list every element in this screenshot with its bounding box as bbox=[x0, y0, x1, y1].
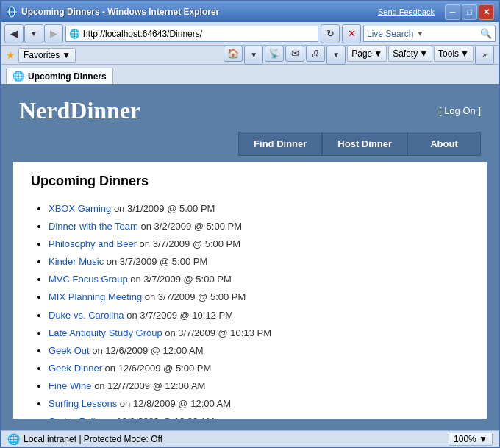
forward-button[interactable]: ▶ bbox=[44, 24, 63, 43]
dinner-link[interactable]: Philosophy and Beer bbox=[49, 238, 137, 249]
tools-arrow-icon: ▼ bbox=[460, 49, 469, 59]
list-item: MIX Planning Meeting on 3/7/2009 @ 5:00 … bbox=[49, 289, 469, 305]
list-item: Late Antiquity Study Group on 3/7/2009 @… bbox=[49, 325, 469, 341]
favorites-button[interactable]: Favorites ▼ bbox=[18, 48, 76, 63]
about-button[interactable]: About bbox=[407, 132, 481, 156]
status-globe-icon: 🌐 bbox=[7, 433, 20, 445]
dinner-meta: on 12/8/2009 @ 12:00 AM bbox=[117, 398, 231, 409]
list-item: Curing Polio on 12/9/2009 @ 12:00 AM bbox=[49, 413, 469, 419]
dinner-meta: on 3/7/2009 @ 5:00 PM bbox=[142, 291, 246, 302]
list-item: Duke vs. Carolina on 3/7/2009 @ 10:12 PM bbox=[49, 307, 469, 324]
list-item: Philosophy and Beer on 3/7/2009 @ 5:00 P… bbox=[49, 236, 469, 252]
back-button[interactable]: ◀ bbox=[4, 24, 24, 43]
safety-arrow-icon: ▼ bbox=[419, 49, 428, 59]
dinner-link[interactable]: Dinner with the Team bbox=[49, 221, 138, 232]
feeds-button[interactable]: 📡 bbox=[265, 46, 284, 62]
dinner-meta: on 12/6/2009 @ 12:00 AM bbox=[90, 345, 204, 356]
dinner-meta: on 3/7/2009 @ 10:12 PM bbox=[124, 310, 233, 321]
status-zone: Local intranet | Protected Mode: Off bbox=[24, 434, 162, 444]
refresh-button[interactable]: ↻ bbox=[321, 24, 340, 43]
dinner-link[interactable]: MIX Planning Meeting bbox=[49, 291, 142, 302]
mail-button[interactable]: ✉ bbox=[285, 46, 304, 62]
find-dinner-label: Find Dinner bbox=[254, 138, 307, 149]
page-button[interactable]: Page ▼ bbox=[347, 46, 387, 62]
close-button[interactable]: ✕ bbox=[479, 4, 494, 20]
about-label: About bbox=[430, 138, 458, 149]
favorites-bar: ★ Favorites ▼ 🏠 ▼ 📡 ✉ 🖨 ▼ Page ▼ Safety … bbox=[1, 46, 499, 65]
zoom-arrow-icon: ▼ bbox=[479, 434, 488, 444]
dinner-link[interactable]: Curing Polio bbox=[49, 416, 101, 419]
list-item: Geek Out on 12/6/2009 @ 12:00 AM bbox=[49, 343, 469, 359]
dinner-meta: on 3/7/2009 @ 5:00 PM bbox=[137, 238, 240, 249]
search-dropdown-icon[interactable]: ▼ bbox=[416, 29, 424, 38]
ie-address-icon: 🌐 bbox=[69, 29, 80, 39]
minimize-button[interactable]: ─ bbox=[445, 4, 460, 20]
stop-button[interactable]: ✕ bbox=[342, 24, 361, 43]
dinner-link[interactable]: Geek Out bbox=[49, 345, 90, 356]
log-on-link[interactable]: [ Log On ] bbox=[439, 105, 481, 116]
page-arrow-icon: ▼ bbox=[374, 49, 382, 59]
list-item: Surfing Lessons on 12/8/2009 @ 12:00 AM bbox=[49, 396, 469, 412]
list-item: Dinner with the Team on 3/2/2009 @ 5:00 … bbox=[49, 218, 469, 235]
window-title: Upcoming Dinners - Windows Internet Expl… bbox=[21, 7, 219, 17]
content-area: NerdDinner [ Log On ] Find Dinner Host D… bbox=[1, 84, 499, 430]
page-heading: Upcoming Dinners bbox=[31, 174, 469, 189]
home-arrow[interactable]: ▼ bbox=[244, 46, 263, 65]
dinner-link[interactable]: XBOX Gaming bbox=[49, 203, 111, 214]
ie-icon bbox=[6, 6, 18, 18]
status-bar: 🌐 Local intranet | Protected Mode: Off 1… bbox=[1, 430, 499, 447]
title-bar: Upcoming Dinners - Windows Internet Expl… bbox=[1, 1, 499, 22]
dinner-list: XBOX Gaming on 3/1/2009 @ 5:00 PMDinner … bbox=[31, 201, 469, 419]
dinner-link[interactable]: Geek Dinner bbox=[49, 363, 102, 374]
list-item: MVC Focus Group on 3/7/2009 @ 5:00 PM bbox=[49, 271, 469, 288]
zoom-button[interactable]: 100% ▼ bbox=[449, 433, 493, 446]
dinner-meta: on 12/9/2009 @ 12:00 AM bbox=[101, 416, 215, 419]
favorites-star-icon: ★ bbox=[6, 49, 15, 61]
list-item: XBOX Gaming on 3/1/2009 @ 5:00 PM bbox=[49, 201, 469, 217]
site-nav: Find Dinner Host Dinner About bbox=[7, 132, 493, 156]
safety-label: Safety bbox=[393, 49, 418, 59]
print-button[interactable]: 🖨 bbox=[306, 46, 325, 62]
send-feedback-link[interactable]: Send Feedback bbox=[378, 7, 435, 16]
address-bar: ◀ ▼ ▶ 🌐 http://localhost:64643/Dinners/ … bbox=[1, 22, 499, 46]
address-box[interactable]: 🌐 http://localhost:64643/Dinners/ bbox=[65, 26, 318, 42]
dinner-meta: on 3/7/2009 @ 5:00 PM bbox=[128, 274, 232, 285]
more-tools-button[interactable]: » bbox=[475, 46, 494, 65]
host-dinner-label: Host Dinner bbox=[338, 138, 392, 149]
list-item: Fine Wine on 12/7/2009 @ 12:00 AM bbox=[49, 378, 469, 394]
list-item: Kinder Music on 3/7/2009 @ 5:00 PM bbox=[49, 254, 469, 270]
dinner-meta: on 12/6/2009 @ 5:00 PM bbox=[102, 363, 211, 374]
dinner-meta: on 3/1/2009 @ 5:00 PM bbox=[111, 203, 215, 214]
favorites-arrow-icon: ▼ bbox=[62, 50, 71, 60]
tab-upcoming-dinners[interactable]: 🌐 Upcoming Dinners bbox=[6, 68, 113, 84]
main-content-box: Upcoming Dinners XBOX Gaming on 3/1/2009… bbox=[13, 162, 487, 419]
tab-label: Upcoming Dinners bbox=[28, 71, 107, 82]
dinner-link[interactable]: MVC Focus Group bbox=[49, 274, 128, 285]
restore-button[interactable]: □ bbox=[462, 4, 477, 20]
url-text: http://localhost:64643/Dinners/ bbox=[83, 29, 202, 39]
site-header: NerdDinner [ Log On ] bbox=[7, 90, 493, 132]
find-dinner-button[interactable]: Find Dinner bbox=[238, 132, 322, 156]
dinner-link[interactable]: Surfing Lessons bbox=[49, 398, 117, 409]
list-item: Geek Dinner on 12/6/2009 @ 5:00 PM bbox=[49, 360, 469, 377]
favorites-label: Favorites bbox=[24, 50, 60, 60]
tab-bar: 🌐 Upcoming Dinners bbox=[1, 65, 499, 84]
tools-label: Tools bbox=[438, 49, 459, 59]
back-arrow[interactable]: ▼ bbox=[24, 24, 43, 43]
home-button[interactable]: 🏠 bbox=[224, 46, 243, 62]
host-dinner-button[interactable]: Host Dinner bbox=[322, 132, 407, 156]
tools-button[interactable]: Tools ▼ bbox=[434, 46, 474, 62]
dinner-link[interactable]: Kinder Music bbox=[49, 256, 104, 267]
dinner-link[interactable]: Late Antiquity Study Group bbox=[49, 327, 162, 338]
search-go-icon[interactable]: 🔍 bbox=[480, 28, 492, 39]
print-arrow[interactable]: ▼ bbox=[326, 46, 346, 65]
dinner-link[interactable]: Duke vs. Carolina bbox=[49, 310, 124, 321]
site-title: NerdDinner bbox=[19, 97, 140, 124]
dinner-link[interactable]: Fine Wine bbox=[49, 380, 92, 391]
page-label: Page bbox=[351, 49, 372, 59]
dinner-meta: on 12/7/2009 @ 12:00 AM bbox=[92, 380, 206, 391]
live-search-label: Live Search bbox=[367, 29, 413, 39]
dinner-meta: on 3/7/2009 @ 5:00 PM bbox=[104, 256, 207, 267]
safety-button[interactable]: Safety ▼ bbox=[388, 46, 432, 62]
dinner-meta: on 3/7/2009 @ 10:13 PM bbox=[162, 327, 271, 338]
